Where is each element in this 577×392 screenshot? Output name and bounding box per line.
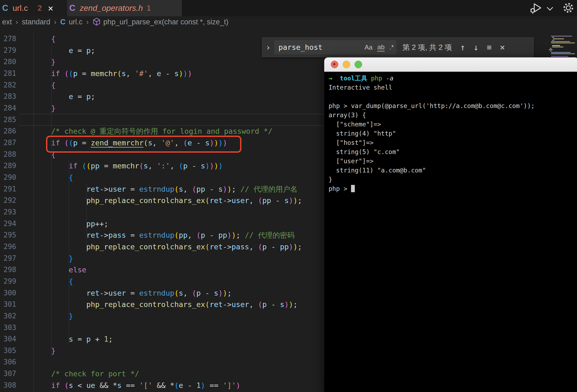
line-number[interactable]: 301	[0, 299, 16, 310]
line-number[interactable]: 289	[0, 160, 16, 172]
line-number[interactable]: 281	[0, 68, 16, 79]
code-line-296[interactable]: php_replace_controlchars_ex(ret->pass, (…	[34, 241, 302, 253]
line-number[interactable]: 285	[0, 114, 16, 126]
line-number[interactable]: 303	[0, 322, 16, 334]
line-number[interactable]: 287	[0, 137, 16, 149]
line-number[interactable]: 307	[0, 368, 16, 380]
line-number[interactable]: 279	[0, 45, 16, 56]
line-number[interactable]: 297	[0, 253, 16, 264]
line-number[interactable]: 288	[0, 149, 16, 160]
tab-url-c[interactable]: C url.c 2 ×	[0, 0, 67, 16]
find-query-text[interactable]: parse_host	[278, 43, 360, 51]
code-line-278[interactable]: {	[34, 33, 55, 45]
terminal-token: tool工具	[340, 75, 367, 82]
next-match-button[interactable]: ↓	[473, 43, 478, 52]
line-number[interactable]: 292	[0, 195, 16, 206]
line-number[interactable]: 305	[0, 345, 16, 357]
previous-match-button[interactable]: ↑	[460, 43, 465, 52]
annotation-red-box	[46, 136, 241, 153]
match-case-button[interactable]: Aa	[365, 44, 372, 51]
code-line-281[interactable]: if ((p = memchr(s, '#', e - s)))	[34, 68, 192, 79]
code-line-307[interactable]: /* check for port */	[34, 368, 139, 380]
whole-word-button[interactable]: ab	[377, 43, 385, 51]
code-line-280[interactable]: }	[34, 56, 55, 68]
code-line-284[interactable]: }	[34, 102, 55, 114]
line-number[interactable]: 295	[0, 229, 16, 241]
run-debug-icon[interactable]	[529, 1, 542, 15]
line-number[interactable]: 294	[0, 218, 16, 230]
line-number[interactable]: 293	[0, 206, 16, 218]
minimize-window-button[interactable]	[343, 61, 350, 68]
tab-problem-badge: 2	[38, 4, 42, 12]
line-number[interactable]: 291	[0, 183, 16, 195]
line-number[interactable]: 304	[0, 333, 16, 345]
line-number[interactable]: 283	[0, 91, 16, 102]
line-number[interactable]: 298	[0, 264, 16, 276]
line-number[interactable]: 308	[0, 380, 16, 391]
minimap[interactable]	[547, 36, 576, 57]
code-line-302[interactable]: }	[34, 310, 73, 322]
code-token: =	[100, 162, 113, 170]
code-token: ,	[148, 162, 157, 170]
code-line-294[interactable]: pp++;	[34, 218, 108, 230]
settings-gear-icon[interactable]	[562, 2, 574, 15]
line-number[interactable]: 306	[0, 356, 16, 368]
terminal-token	[382, 75, 386, 82]
code-token: ;	[91, 92, 95, 101]
line-number[interactable]: 286	[0, 125, 16, 137]
line-number[interactable]: 296	[0, 241, 16, 253]
code-line-292[interactable]: php_replace_controlchars_ex(ret->user, (…	[34, 195, 302, 206]
code-line-298[interactable]: else	[34, 264, 86, 276]
code-line-286[interactable]: /* check @ 重定向符号的作用 for login and passwo…	[34, 125, 272, 137]
line-number[interactable]: 302	[0, 310, 16, 322]
code-line-308[interactable]: if (s < ue && *s == '[' && *(e - 1) == '…	[34, 380, 240, 391]
maximize-window-button[interactable]	[355, 61, 362, 68]
code-token: ;	[108, 335, 113, 343]
code-token: }	[34, 254, 73, 263]
close-find-button[interactable]: ×	[500, 43, 505, 52]
line-number[interactable]: 299	[0, 276, 16, 287]
code-line-305[interactable]: }	[34, 345, 55, 357]
close-window-button[interactable]	[331, 61, 338, 68]
breadcrumb-item-ext[interactable]: ext	[2, 18, 12, 26]
code-token: '#'	[135, 69, 148, 78]
terminal-token: string(4) "http"	[329, 130, 396, 137]
breadcrumb-item-standard[interactable]: standard	[22, 18, 50, 26]
terminal-title-bar[interactable]	[324, 57, 577, 72]
code-line-300[interactable]: ret->user = estrndup(s, (p - s));	[34, 287, 232, 299]
close-tab-icon[interactable]: ×	[48, 4, 53, 13]
tab-zend-operators-h[interactable]: C zend_operators.h 1	[67, 0, 182, 16]
line-number[interactable]: 284	[0, 102, 16, 114]
code-token	[34, 370, 51, 378]
line-number[interactable]: 278	[0, 33, 16, 45]
line-number[interactable]: 290	[0, 172, 16, 183]
code-line-304[interactable]: s = p + 1;	[34, 333, 113, 345]
code-line-301[interactable]: php_replace_controlchars_ex(ret->user, (…	[34, 299, 297, 310]
code-token: (	[205, 243, 209, 251]
chevron-down-icon[interactable]	[546, 6, 554, 12]
code-token: -	[271, 196, 284, 205]
find-input[interactable]: parse_host Aa ab .*	[274, 40, 396, 54]
code-token: =	[78, 69, 91, 78]
line-number[interactable]: 300	[0, 287, 16, 299]
code-line-295[interactable]: ret->pass = estrndup(pp, (p - pp)); // 代…	[34, 229, 294, 241]
code-line-279[interactable]: e = p;	[34, 45, 95, 56]
line-number[interactable]: 282	[0, 79, 16, 91]
code-line-297[interactable]: }	[34, 253, 73, 264]
toggle-replace-icon[interactable]: ›	[262, 42, 274, 53]
code-line-289[interactable]: if ((pp = memchr(s, ':', (p - s))))	[34, 160, 223, 172]
breadcrumb-item-symbol[interactable]: php_url_parse_ex(char const *, size_t)	[103, 18, 228, 26]
find-in-selection-button[interactable]: ≡	[487, 43, 492, 51]
code-line-290[interactable]: {	[34, 172, 73, 183]
code-line-283[interactable]: e = p;	[34, 91, 95, 102]
code-token: ->	[100, 289, 109, 297]
breadcrumb-item-file[interactable]: url.c	[69, 18, 83, 26]
code-line-299[interactable]: {	[34, 276, 73, 287]
code-line-291[interactable]: ret->user = estrndup(s, (pp - s)); // 代理…	[34, 183, 297, 195]
code-line-282[interactable]: {	[34, 79, 55, 91]
regex-button[interactable]: .*	[389, 44, 394, 51]
code-token: (	[86, 162, 91, 170]
line-number[interactable]: 280	[0, 56, 16, 68]
terminal-output[interactable]: → tool工具 php -aInteractive shellphp > va…	[324, 72, 577, 193]
code-token: pp	[179, 231, 188, 239]
